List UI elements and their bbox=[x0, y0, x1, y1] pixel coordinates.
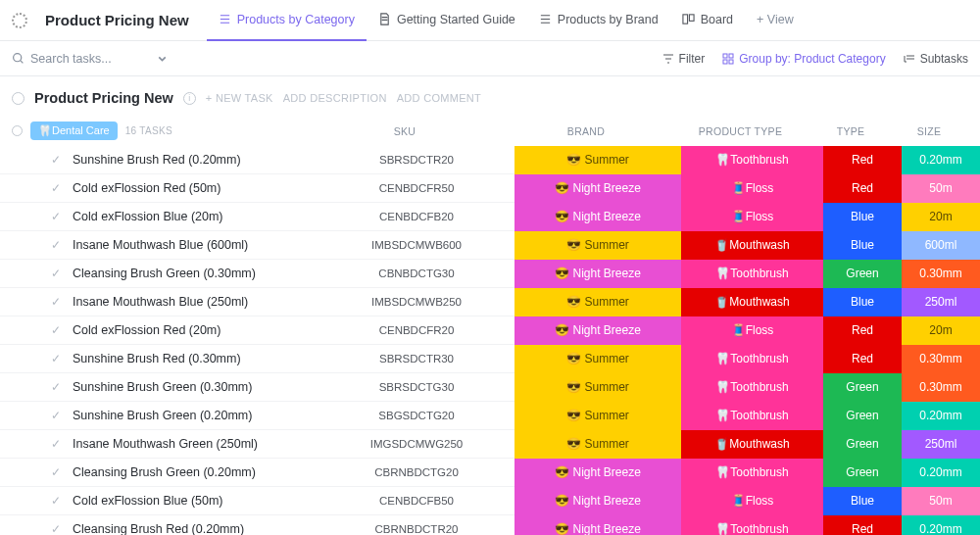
cell-type[interactable]: Blue bbox=[823, 203, 902, 231]
table-row[interactable]: ✓Insane Mouthwash Green (250ml)IMGSDCMWG… bbox=[0, 430, 980, 459]
cell-type[interactable]: Red bbox=[823, 345, 902, 373]
group-badge[interactable]: 🦷Dental Care bbox=[30, 122, 118, 140]
task-name[interactable]: Insane Mouthwash Blue (600ml) bbox=[73, 238, 318, 252]
cell-brand[interactable]: 😎 Summer bbox=[514, 345, 681, 373]
cell-size[interactable]: 0.20mm bbox=[902, 515, 980, 536]
cell-brand[interactable]: 😎 Summer bbox=[514, 146, 681, 174]
cell-size[interactable]: 20m bbox=[902, 203, 980, 231]
cell-brand[interactable]: 😎 Summer bbox=[514, 288, 681, 316]
cell-type[interactable]: Blue bbox=[823, 231, 902, 260]
cell-product-type[interactable]: 🥤Mouthwash bbox=[681, 430, 823, 459]
status-circle-icon[interactable] bbox=[12, 92, 24, 105]
cell-size[interactable]: 250ml bbox=[902, 430, 980, 459]
table-row[interactable]: ✓Cleansing Brush Green (0.30mm)CBNBDCTG3… bbox=[0, 260, 980, 288]
collapse-icon[interactable] bbox=[12, 125, 23, 136]
cell-product-type[interactable]: 🧵Floss bbox=[681, 487, 823, 515]
task-name[interactable]: Cold exFlossion Blue (20m) bbox=[73, 210, 318, 223]
table-row[interactable]: ✓Sunshine Brush Red (0.30mm)SBRSDCTR30😎 … bbox=[0, 345, 980, 373]
cell-type[interactable]: Red bbox=[823, 515, 902, 536]
cell-sku[interactable]: CENBDCFB50 bbox=[318, 495, 514, 507]
col-size[interactable]: SIZE bbox=[890, 125, 968, 137]
table-row[interactable]: ✓Cold exFlossion Red (20m)CENBDCFR20😎 Ni… bbox=[0, 316, 980, 345]
task-name[interactable]: Cleansing Brush Green (0.20mm) bbox=[73, 465, 318, 479]
cell-sku[interactable]: CBRNBDCTG20 bbox=[318, 466, 514, 478]
cell-product-type[interactable]: 🥤Mouthwash bbox=[681, 288, 823, 316]
cell-sku[interactable]: IMGSDCMWG250 bbox=[318, 438, 514, 450]
cell-sku[interactable]: CENBDCFB20 bbox=[318, 211, 514, 222]
task-name[interactable]: Sunshine Brush Green (0.20mm) bbox=[73, 409, 318, 422]
cell-brand[interactable]: 😎 Summer bbox=[514, 373, 681, 402]
cell-sku[interactable]: IMBSDCMWB250 bbox=[318, 296, 514, 308]
table-row[interactable]: ✓Cold exFlossion Blue (20m)CENBDCFB20😎 N… bbox=[0, 203, 980, 231]
table-row[interactable]: ✓Sunshine Brush Green (0.30mm)SBRSDCTG30… bbox=[0, 373, 980, 402]
cell-type[interactable]: Red bbox=[823, 174, 902, 203]
cell-type[interactable]: Green bbox=[823, 260, 902, 288]
cell-sku[interactable]: CBNBDCTG30 bbox=[318, 268, 514, 279]
subtasks-button[interactable]: Subtasks bbox=[904, 52, 968, 66]
col-product-type[interactable]: PRODUCT TYPE bbox=[669, 125, 811, 137]
table-row[interactable]: ✓Cold exFlossion Red (50m)CENBDCFR50😎 Ni… bbox=[0, 174, 980, 203]
cell-product-type[interactable]: 🦷Toothbrush bbox=[681, 345, 823, 373]
cell-type[interactable]: Blue bbox=[823, 288, 902, 316]
cell-sku[interactable]: CENBDCFR50 bbox=[318, 182, 514, 194]
task-name[interactable]: Cold exFlossion Red (20m) bbox=[73, 323, 318, 337]
task-name[interactable]: Insane Mouthwash Blue (250ml) bbox=[73, 295, 318, 309]
new-task-button[interactable]: + NEW TASK bbox=[206, 92, 273, 104]
cell-sku[interactable]: CBRNBDCTR20 bbox=[318, 523, 514, 535]
cell-size[interactable]: 50m bbox=[902, 487, 980, 515]
tab-getting-started-guide[interactable]: Getting Started Guide bbox=[367, 0, 527, 41]
table-row[interactable]: ✓Insane Mouthwash Blue (250ml)IMBSDCMWB2… bbox=[0, 288, 980, 316]
cell-product-type[interactable]: 🦷Toothbrush bbox=[681, 373, 823, 402]
group-by-button[interactable]: Group by: Product Category bbox=[722, 52, 885, 66]
tab-board[interactable]: Board bbox=[670, 0, 745, 41]
cell-size[interactable]: 0.20mm bbox=[902, 402, 980, 430]
cell-size[interactable]: 600ml bbox=[902, 231, 980, 260]
cell-brand[interactable]: 😎 Night Breeze bbox=[514, 203, 681, 231]
task-name[interactable]: Insane Mouthwash Green (250ml) bbox=[73, 437, 318, 451]
col-type[interactable]: TYPE bbox=[811, 125, 890, 137]
cell-brand[interactable]: 😎 Night Breeze bbox=[514, 174, 681, 203]
task-name[interactable]: Cleansing Brush Red (0.20mm) bbox=[73, 522, 318, 535]
cell-size[interactable]: 0.20mm bbox=[902, 146, 980, 174]
cell-brand[interactable]: 😎 Summer bbox=[514, 402, 681, 430]
cell-brand[interactable]: 😎 Night Breeze bbox=[514, 260, 681, 288]
cell-size[interactable]: 0.30mm bbox=[902, 345, 980, 373]
cell-product-type[interactable]: 🧵Floss bbox=[681, 203, 823, 231]
cell-product-type[interactable]: 🦷Toothbrush bbox=[681, 515, 823, 536]
cell-size[interactable]: 50m bbox=[902, 174, 980, 203]
cell-size[interactable]: 0.30mm bbox=[902, 373, 980, 402]
add-description-button[interactable]: ADD DESCRIPTION bbox=[283, 92, 387, 104]
cell-size[interactable]: 0.20mm bbox=[902, 459, 980, 487]
cell-brand[interactable]: 😎 Night Breeze bbox=[514, 515, 681, 536]
search-input[interactable]: Search tasks... bbox=[12, 52, 169, 66]
cell-type[interactable]: Green bbox=[823, 459, 902, 487]
task-name[interactable]: Sunshine Brush Green (0.30mm) bbox=[73, 380, 318, 394]
task-name[interactable]: Cleansing Brush Green (0.30mm) bbox=[73, 267, 318, 280]
info-icon[interactable]: i bbox=[183, 92, 196, 105]
cell-type[interactable]: Blue bbox=[823, 487, 902, 515]
cell-brand[interactable]: 😎 Summer bbox=[514, 231, 681, 260]
filter-button[interactable]: Filter bbox=[662, 52, 706, 66]
cell-type[interactable]: Red bbox=[823, 316, 902, 345]
col-sku[interactable]: SKU bbox=[307, 125, 503, 137]
table-row[interactable]: ✓Insane Mouthwash Blue (600ml)IMBSDCMWB6… bbox=[0, 231, 980, 260]
task-rows[interactable]: ✓Sunshine Brush Red (0.20mm)SBRSDCTR20😎 … bbox=[0, 146, 980, 535]
table-row[interactable]: ✓Sunshine Brush Green (0.20mm)SBGSDCTG20… bbox=[0, 402, 980, 430]
cell-sku[interactable]: SBRSDCTG30 bbox=[318, 381, 514, 393]
tab-products-by-category[interactable]: Products by Category bbox=[207, 0, 367, 41]
task-name[interactable]: Sunshine Brush Red (0.20mm) bbox=[73, 153, 318, 167]
table-row[interactable]: ✓Cleansing Brush Red (0.20mm)CBRNBDCTR20… bbox=[0, 515, 980, 535]
cell-product-type[interactable]: 🦷Toothbrush bbox=[681, 459, 823, 487]
table-row[interactable]: ✓Cold exFlossion Blue (50m)CENBDCFB50😎 N… bbox=[0, 487, 980, 515]
cell-type[interactable]: Red bbox=[823, 146, 902, 174]
cell-product-type[interactable]: 🦷Toothbrush bbox=[681, 402, 823, 430]
cell-sku[interactable]: IMBSDCMWB600 bbox=[318, 239, 514, 251]
cell-product-type[interactable]: 🧵Floss bbox=[681, 174, 823, 203]
col-brand[interactable]: BRAND bbox=[503, 125, 669, 137]
cell-sku[interactable]: SBRSDCTR30 bbox=[318, 353, 514, 365]
cell-brand[interactable]: 😎 Night Breeze bbox=[514, 487, 681, 515]
table-row[interactable]: ✓Sunshine Brush Red (0.20mm)SBRSDCTR20😎 … bbox=[0, 146, 980, 174]
cell-sku[interactable]: CENBDCFR20 bbox=[318, 324, 514, 336]
cell-sku[interactable]: SBGSDCTG20 bbox=[318, 410, 514, 421]
table-row[interactable]: ✓Cleansing Brush Green (0.20mm)CBRNBDCTG… bbox=[0, 459, 980, 487]
